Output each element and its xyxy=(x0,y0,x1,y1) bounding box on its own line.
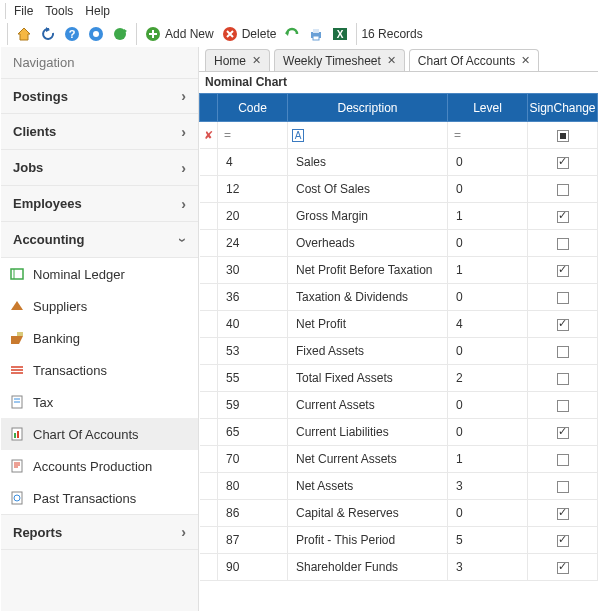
table-row[interactable]: 30Net Profit Before Taxation1 xyxy=(200,257,598,284)
cell-description[interactable]: Net Profit Before Taxation xyxy=(288,257,448,284)
cell-code[interactable]: 70 xyxy=(218,446,288,473)
cell-code[interactable]: 40 xyxy=(218,311,288,338)
cell-description[interactable]: Net Assets xyxy=(288,473,448,500)
cell-level[interactable]: 4 xyxy=(448,311,528,338)
nav-item-accounts-production[interactable]: Accounts Production xyxy=(1,450,198,482)
cell-description[interactable]: Capital & Reserves xyxy=(288,500,448,527)
cell-code[interactable]: 20 xyxy=(218,203,288,230)
cell-level[interactable]: 1 xyxy=(448,446,528,473)
filter-signchange[interactable] xyxy=(528,122,598,149)
table-row[interactable]: 87Profit - This Period5 xyxy=(200,527,598,554)
cell-code[interactable]: 59 xyxy=(218,392,288,419)
cell-code[interactable]: 65 xyxy=(218,419,288,446)
nav-group-jobs[interactable]: Jobs › xyxy=(1,150,198,186)
cell-code[interactable]: 90 xyxy=(218,554,288,581)
menu-file[interactable]: File xyxy=(8,2,39,20)
cell-signchange[interactable] xyxy=(528,311,598,338)
pin-icon[interactable]: ✘ xyxy=(204,129,213,141)
cell-description[interactable]: Net Profit xyxy=(288,311,448,338)
cell-description[interactable]: Current Liabilities xyxy=(288,419,448,446)
cell-description[interactable]: Gross Margin xyxy=(288,203,448,230)
cell-signchange[interactable] xyxy=(528,365,598,392)
cell-level[interactable]: 3 xyxy=(448,554,528,581)
world-refresh-icon[interactable] xyxy=(108,24,132,44)
table-row[interactable]: 53Fixed Assets0 xyxy=(200,338,598,365)
cell-signchange[interactable] xyxy=(528,230,598,257)
cell-level[interactable]: 0 xyxy=(448,230,528,257)
cell-signchange[interactable] xyxy=(528,473,598,500)
cell-level[interactable]: 0 xyxy=(448,338,528,365)
cell-description[interactable]: Overheads xyxy=(288,230,448,257)
close-icon[interactable]: ✕ xyxy=(387,54,396,67)
cell-signchange[interactable] xyxy=(528,554,598,581)
col-header-level[interactable]: Level xyxy=(448,94,528,122)
col-header-signchange[interactable]: SignChange xyxy=(528,94,598,122)
col-header-description[interactable]: Description xyxy=(288,94,448,122)
cell-signchange[interactable] xyxy=(528,203,598,230)
cell-code[interactable]: 53 xyxy=(218,338,288,365)
filter-description[interactable]: A xyxy=(288,122,448,149)
cell-level[interactable]: 0 xyxy=(448,284,528,311)
cell-code[interactable]: 86 xyxy=(218,500,288,527)
cell-level[interactable]: 0 xyxy=(448,500,528,527)
table-row[interactable]: 80Net Assets3 xyxy=(200,473,598,500)
table-row[interactable]: 36Taxation & Dividends0 xyxy=(200,284,598,311)
cell-description[interactable]: Profit - This Period xyxy=(288,527,448,554)
tab-home[interactable]: Home ✕ xyxy=(205,49,270,71)
nav-item-tax[interactable]: Tax xyxy=(1,386,198,418)
table-row[interactable]: 90Shareholder Funds3 xyxy=(200,554,598,581)
nav-item-nominal-ledger[interactable]: Nominal Ledger xyxy=(1,258,198,290)
cell-code[interactable]: 36 xyxy=(218,284,288,311)
cell-code[interactable]: 24 xyxy=(218,230,288,257)
cell-signchange[interactable] xyxy=(528,446,598,473)
table-row[interactable]: 40Net Profit4 xyxy=(200,311,598,338)
nav-group-reports[interactable]: Reports › xyxy=(1,514,198,550)
cell-code[interactable]: 4 xyxy=(218,149,288,176)
nav-item-suppliers[interactable]: Suppliers xyxy=(1,290,198,322)
menu-tools[interactable]: Tools xyxy=(39,2,79,20)
cell-description[interactable]: Total Fixed Assets xyxy=(288,365,448,392)
cell-level[interactable]: 1 xyxy=(448,257,528,284)
nav-item-chart-of-accounts[interactable]: Chart Of Accounts xyxy=(1,418,198,450)
cell-signchange[interactable] xyxy=(528,257,598,284)
nav-item-banking[interactable]: Banking xyxy=(1,322,198,354)
cell-signchange[interactable] xyxy=(528,527,598,554)
cell-level[interactable]: 2 xyxy=(448,365,528,392)
nav-group-accounting[interactable]: Accounting › xyxy=(1,222,198,258)
print-icon[interactable] xyxy=(304,24,328,44)
table-row[interactable]: 59Current Assets0 xyxy=(200,392,598,419)
table-row[interactable]: 65Current Liabilities0 xyxy=(200,419,598,446)
cell-description[interactable]: Net Current Assets xyxy=(288,446,448,473)
cell-level[interactable]: 0 xyxy=(448,419,528,446)
cell-description[interactable]: Current Assets xyxy=(288,392,448,419)
tab-weekly-timesheet[interactable]: Weekly Timesheet ✕ xyxy=(274,49,405,71)
nav-item-past-transactions[interactable]: Past Transactions xyxy=(1,482,198,514)
cell-code[interactable]: 80 xyxy=(218,473,288,500)
help-icon[interactable]: ? xyxy=(60,24,84,44)
col-header-code[interactable]: Code xyxy=(218,94,288,122)
cell-signchange[interactable] xyxy=(528,500,598,527)
excel-export-icon[interactable]: X xyxy=(328,24,352,44)
refresh-green-icon[interactable] xyxy=(280,24,304,44)
delete-button[interactable]: Delete xyxy=(218,24,281,44)
table-row[interactable]: 70Net Current Assets1 xyxy=(200,446,598,473)
col-header-pin[interactable] xyxy=(200,94,218,122)
close-icon[interactable]: ✕ xyxy=(252,54,261,67)
cell-level[interactable]: 1 xyxy=(448,203,528,230)
nav-item-transactions[interactable]: Transactions xyxy=(1,354,198,386)
nav-group-clients[interactable]: Clients › xyxy=(1,114,198,150)
filter-level[interactable]: = xyxy=(448,122,528,149)
data-grid[interactable]: Code Description Level SignChange ✘ = A … xyxy=(199,93,598,611)
table-row[interactable]: 4Sales0 xyxy=(200,149,598,176)
cell-level[interactable]: 5 xyxy=(448,527,528,554)
cell-signchange[interactable] xyxy=(528,176,598,203)
table-row[interactable]: 86Capital & Reserves0 xyxy=(200,500,598,527)
cell-level[interactable]: 0 xyxy=(448,149,528,176)
table-row[interactable]: 12Cost Of Sales0 xyxy=(200,176,598,203)
cell-level[interactable]: 0 xyxy=(448,392,528,419)
cell-description[interactable]: Fixed Assets xyxy=(288,338,448,365)
home-icon[interactable] xyxy=(12,24,36,44)
table-row[interactable]: 24Overheads0 xyxy=(200,230,598,257)
cell-code[interactable]: 87 xyxy=(218,527,288,554)
cell-level[interactable]: 3 xyxy=(448,473,528,500)
